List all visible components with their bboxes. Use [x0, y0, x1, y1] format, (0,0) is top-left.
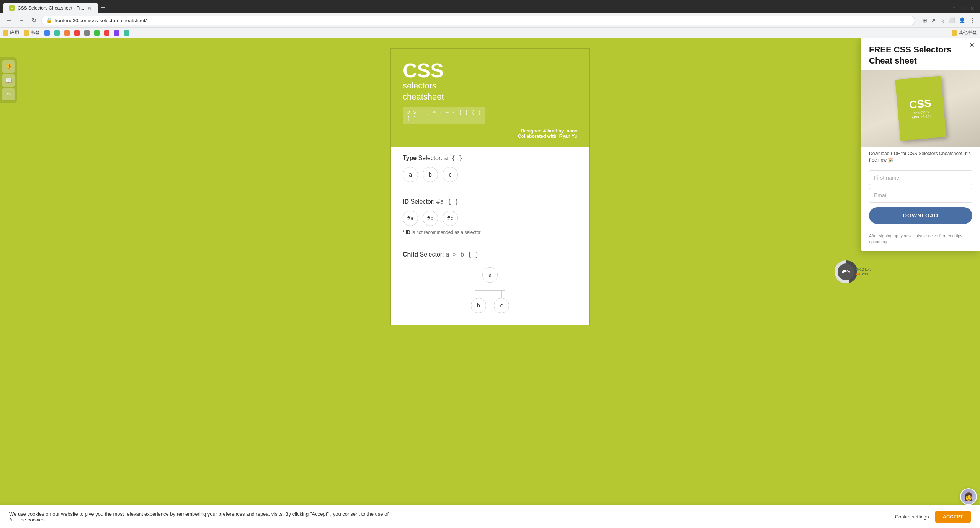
- tree-child-c-container: c: [494, 290, 509, 313]
- upload-dot: [856, 268, 859, 271]
- tree-child-node-b: b: [471, 298, 486, 313]
- cheatsheet-title-cheatsheet: cheatsheet: [403, 92, 577, 103]
- bookmarks-bookmark-icon: [24, 30, 29, 36]
- tab-favicon: C: [9, 5, 15, 11]
- designed-by-text: Designed & built by: [521, 128, 564, 134]
- b1-icon: [44, 30, 50, 36]
- type-code: a { }: [444, 154, 462, 162]
- type-selector-section: Type Selector: a { } a b c: [391, 147, 589, 190]
- tree-child-b-container: b: [471, 290, 486, 313]
- popup-book: CSS selectorscheatsheet: [895, 76, 946, 141]
- sidebar-thumbsdown-icon[interactable]: 👎: [2, 60, 15, 73]
- upload-unit: kb/s: [865, 268, 871, 271]
- bookmark-item-5[interactable]: [84, 30, 90, 36]
- other-bookmarks-icon: [952, 30, 957, 36]
- b6-icon: [94, 30, 100, 36]
- speed-metric-down: 0 kb/s: [856, 272, 871, 276]
- bookmark-item-6[interactable]: [94, 30, 100, 36]
- id-label-rest: Selector:: [410, 198, 436, 205]
- b2-icon: [54, 30, 60, 36]
- tree-root-container: a b c: [471, 267, 509, 313]
- id-code: #a { }: [436, 198, 459, 205]
- browser-tab-active[interactable]: C CSS Selectors Cheatsheet - Fr... ✕: [3, 3, 98, 13]
- close-window-button[interactable]: ✕: [969, 5, 975, 11]
- chat-avatar-button[interactable]: 👩: [960, 488, 977, 505]
- b9-icon: [124, 30, 129, 36]
- tree-b-vline: [479, 290, 479, 298]
- popup-image-area: CSS selectorscheatsheet: [861, 70, 980, 147]
- bookmark-other[interactable]: 其他书签: [952, 29, 977, 36]
- other-bookmarks-label: 其他书签: [959, 29, 977, 36]
- speed-indicator: 45% 0.2 kb/s 0 kb/s: [835, 260, 858, 283]
- cheatsheet-container: CSS selectors cheatsheet # > . , * + ~ :…: [390, 48, 590, 325]
- speed-metric-up: 0.2 kb/s: [856, 268, 871, 271]
- minimize-button[interactable]: ⌃: [951, 5, 957, 11]
- first-name-input[interactable]: [869, 170, 972, 185]
- bookmark-bookmarks[interactable]: 书签: [24, 29, 40, 36]
- url-input[interactable]: 🔒 frontend30.com/css-selectors-cheatshee…: [41, 16, 915, 25]
- chat-avatar-icon: 👩: [964, 492, 973, 501]
- cookie-accept-button[interactable]: ACCEPT: [935, 511, 971, 523]
- b7-icon: [104, 30, 109, 36]
- popup-close-button[interactable]: ✕: [967, 41, 976, 50]
- type-selector-title: Type Selector: a { }: [403, 154, 577, 162]
- bookmarks-bookmark-label: 书签: [31, 29, 40, 36]
- forward-button[interactable]: →: [17, 16, 26, 25]
- bookmark-item-8[interactable]: [114, 30, 119, 36]
- b3-icon: [64, 30, 70, 36]
- book-css-title: CSS: [909, 97, 932, 111]
- email-input[interactable]: [869, 188, 972, 203]
- type-label-rest: Selector:: [418, 155, 444, 161]
- share-icon[interactable]: ↗: [931, 17, 936, 23]
- sidebar-book-icon[interactable]: 📖: [2, 74, 15, 87]
- b4-icon: [74, 30, 80, 36]
- popup-title: FREE CSS Selectors Cheat sheet: [861, 37, 980, 70]
- bookmark-item-9[interactable]: [124, 30, 129, 36]
- type-label-bold: Type: [403, 155, 416, 161]
- menu-icon[interactable]: ⋮: [969, 17, 975, 24]
- type-node-c: c: [443, 167, 458, 182]
- tree-root-vline: [490, 283, 490, 290]
- id-node-c: #c: [443, 211, 458, 226]
- bookmark-item-3[interactable]: [64, 30, 70, 36]
- tree-hline: [475, 290, 505, 291]
- child-label-bold: Child: [403, 251, 418, 258]
- bookmark-star-icon[interactable]: ☆: [939, 17, 945, 24]
- translate-icon[interactable]: ⊞: [923, 17, 927, 23]
- download-button[interactable]: DOWNLOAD: [869, 207, 972, 224]
- back-button[interactable]: ←: [5, 16, 14, 25]
- reload-button[interactable]: ↻: [29, 16, 38, 25]
- profile-icon[interactable]: 👤: [959, 17, 965, 23]
- bookmark-item-4[interactable]: [74, 30, 80, 36]
- browser-chrome: C CSS Selectors Cheatsheet - Fr... ✕ + ⌃…: [0, 0, 980, 38]
- upload-speed: 0.2: [859, 268, 864, 271]
- cheatsheet-code-block: # > . , * + ~ : { } ( ) [ ]: [403, 107, 485, 124]
- child-tree-diagram: a b c: [403, 263, 577, 317]
- extensions-icon[interactable]: ⬜: [949, 17, 955, 23]
- popup-footer-text: After signing up, you will also receive …: [861, 230, 980, 251]
- bookmark-item-7[interactable]: [104, 30, 109, 36]
- new-tab-button[interactable]: +: [98, 2, 108, 13]
- id-selector-section: ID Selector: #a { } #a #b #c * ID is not…: [391, 190, 589, 243]
- download-dot: [856, 273, 859, 275]
- tree-child-node-c: c: [494, 298, 509, 313]
- collaborated-with-text: Collaborated with: [518, 134, 557, 139]
- cookie-settings-button[interactable]: Cookie settings: [895, 514, 929, 520]
- bookmark-item-2[interactable]: [54, 30, 60, 36]
- bookmark-item-1[interactable]: [44, 30, 50, 36]
- child-code: a > b { }: [446, 251, 479, 258]
- window-controls: ⌃ □ ✕: [951, 5, 975, 11]
- tab-title: CSS Selectors Cheatsheet - Fr...: [18, 5, 84, 11]
- maximize-button[interactable]: □: [960, 5, 966, 11]
- popup-modal: ✕ FREE CSS Selectors Cheat sheet CSS sel…: [861, 37, 980, 251]
- tab-close-icon[interactable]: ✕: [87, 5, 92, 11]
- speed-circle: 45%: [835, 260, 858, 283]
- sidebar-code-icon[interactable]: />: [2, 88, 15, 100]
- collaborator-name: Ryan Yu: [559, 134, 577, 139]
- cookie-banner: We use cookies on our website to give yo…: [0, 505, 980, 528]
- id-nodes: #a #b #c: [403, 211, 577, 226]
- nav-buttons: ← → ↻: [5, 16, 38, 25]
- bookmark-apps[interactable]: 应用: [3, 29, 19, 36]
- popup-description: Download PDF for CSS Selectors Cheatshee…: [861, 147, 980, 167]
- id-note-bold: ID: [406, 230, 410, 235]
